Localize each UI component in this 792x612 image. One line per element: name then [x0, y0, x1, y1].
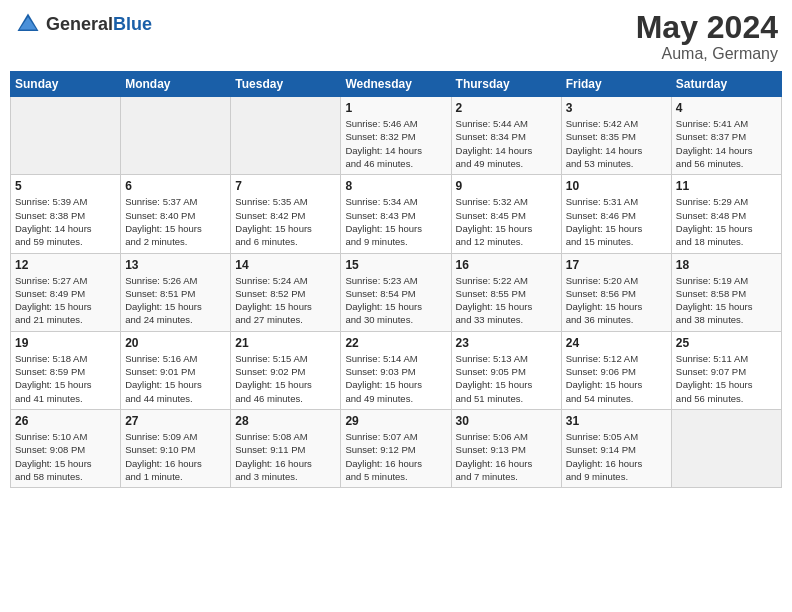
- day-info: Sunrise: 5:05 AMSunset: 9:14 PMDaylight:…: [566, 430, 667, 483]
- day-number: 24: [566, 336, 667, 350]
- calendar-cell: 4Sunrise: 5:41 AMSunset: 8:37 PMDaylight…: [671, 97, 781, 175]
- logo-text: GeneralBlue: [46, 14, 152, 35]
- day-number: 4: [676, 101, 777, 115]
- day-number: 10: [566, 179, 667, 193]
- calendar-cell: 26Sunrise: 5:10 AMSunset: 9:08 PMDayligh…: [11, 409, 121, 487]
- day-info: Sunrise: 5:19 AMSunset: 8:58 PMDaylight:…: [676, 274, 777, 327]
- day-info: Sunrise: 5:31 AMSunset: 8:46 PMDaylight:…: [566, 195, 667, 248]
- day-info: Sunrise: 5:35 AMSunset: 8:42 PMDaylight:…: [235, 195, 336, 248]
- day-number: 23: [456, 336, 557, 350]
- calendar-week-row: 26Sunrise: 5:10 AMSunset: 9:08 PMDayligh…: [11, 409, 782, 487]
- day-number: 25: [676, 336, 777, 350]
- day-info: Sunrise: 5:23 AMSunset: 8:54 PMDaylight:…: [345, 274, 446, 327]
- day-info: Sunrise: 5:37 AMSunset: 8:40 PMDaylight:…: [125, 195, 226, 248]
- location-title: Auma, Germany: [636, 45, 778, 63]
- title-block: May 2024 Auma, Germany: [636, 10, 778, 63]
- day-number: 21: [235, 336, 336, 350]
- calendar-cell: [11, 97, 121, 175]
- calendar-cell: 21Sunrise: 5:15 AMSunset: 9:02 PMDayligh…: [231, 331, 341, 409]
- calendar-cell: 14Sunrise: 5:24 AMSunset: 8:52 PMDayligh…: [231, 253, 341, 331]
- day-number: 13: [125, 258, 226, 272]
- calendar-cell: 2Sunrise: 5:44 AMSunset: 8:34 PMDaylight…: [451, 97, 561, 175]
- day-number: 12: [15, 258, 116, 272]
- calendar-cell: 20Sunrise: 5:16 AMSunset: 9:01 PMDayligh…: [121, 331, 231, 409]
- day-info: Sunrise: 5:20 AMSunset: 8:56 PMDaylight:…: [566, 274, 667, 327]
- day-info: Sunrise: 5:08 AMSunset: 9:11 PMDaylight:…: [235, 430, 336, 483]
- calendar-week-row: 19Sunrise: 5:18 AMSunset: 8:59 PMDayligh…: [11, 331, 782, 409]
- calendar-cell: 19Sunrise: 5:18 AMSunset: 8:59 PMDayligh…: [11, 331, 121, 409]
- day-info: Sunrise: 5:46 AMSunset: 8:32 PMDaylight:…: [345, 117, 446, 170]
- logo-icon: [14, 10, 42, 38]
- day-number: 27: [125, 414, 226, 428]
- calendar-cell: 16Sunrise: 5:22 AMSunset: 8:55 PMDayligh…: [451, 253, 561, 331]
- calendar-cell: 15Sunrise: 5:23 AMSunset: 8:54 PMDayligh…: [341, 253, 451, 331]
- day-number: 30: [456, 414, 557, 428]
- day-number: 11: [676, 179, 777, 193]
- day-number: 28: [235, 414, 336, 428]
- calendar-cell: 13Sunrise: 5:26 AMSunset: 8:51 PMDayligh…: [121, 253, 231, 331]
- day-info: Sunrise: 5:39 AMSunset: 8:38 PMDaylight:…: [15, 195, 116, 248]
- calendar-cell: 9Sunrise: 5:32 AMSunset: 8:45 PMDaylight…: [451, 175, 561, 253]
- day-number: 20: [125, 336, 226, 350]
- calendar-week-row: 12Sunrise: 5:27 AMSunset: 8:49 PMDayligh…: [11, 253, 782, 331]
- day-number: 17: [566, 258, 667, 272]
- calendar-cell: [121, 97, 231, 175]
- weekday-header: Monday: [121, 72, 231, 97]
- calendar-cell: 31Sunrise: 5:05 AMSunset: 9:14 PMDayligh…: [561, 409, 671, 487]
- day-info: Sunrise: 5:14 AMSunset: 9:03 PMDaylight:…: [345, 352, 446, 405]
- day-info: Sunrise: 5:27 AMSunset: 8:49 PMDaylight:…: [15, 274, 116, 327]
- calendar-cell: [671, 409, 781, 487]
- logo: GeneralBlue: [14, 10, 152, 38]
- calendar-cell: 1Sunrise: 5:46 AMSunset: 8:32 PMDaylight…: [341, 97, 451, 175]
- day-number: 18: [676, 258, 777, 272]
- logo-blue: Blue: [113, 14, 152, 34]
- weekday-header: Tuesday: [231, 72, 341, 97]
- calendar-cell: 7Sunrise: 5:35 AMSunset: 8:42 PMDaylight…: [231, 175, 341, 253]
- calendar-cell: 12Sunrise: 5:27 AMSunset: 8:49 PMDayligh…: [11, 253, 121, 331]
- day-info: Sunrise: 5:34 AMSunset: 8:43 PMDaylight:…: [345, 195, 446, 248]
- day-info: Sunrise: 5:07 AMSunset: 9:12 PMDaylight:…: [345, 430, 446, 483]
- calendar-cell: 25Sunrise: 5:11 AMSunset: 9:07 PMDayligh…: [671, 331, 781, 409]
- calendar-cell: 18Sunrise: 5:19 AMSunset: 8:58 PMDayligh…: [671, 253, 781, 331]
- day-info: Sunrise: 5:16 AMSunset: 9:01 PMDaylight:…: [125, 352, 226, 405]
- day-info: Sunrise: 5:26 AMSunset: 8:51 PMDaylight:…: [125, 274, 226, 327]
- calendar-cell: 5Sunrise: 5:39 AMSunset: 8:38 PMDaylight…: [11, 175, 121, 253]
- calendar-cell: 10Sunrise: 5:31 AMSunset: 8:46 PMDayligh…: [561, 175, 671, 253]
- day-number: 8: [345, 179, 446, 193]
- day-info: Sunrise: 5:13 AMSunset: 9:05 PMDaylight:…: [456, 352, 557, 405]
- day-info: Sunrise: 5:18 AMSunset: 8:59 PMDaylight:…: [15, 352, 116, 405]
- day-number: 14: [235, 258, 336, 272]
- day-number: 15: [345, 258, 446, 272]
- weekday-header: Thursday: [451, 72, 561, 97]
- day-number: 1: [345, 101, 446, 115]
- weekday-header: Friday: [561, 72, 671, 97]
- day-number: 2: [456, 101, 557, 115]
- month-title: May 2024: [636, 10, 778, 45]
- day-info: Sunrise: 5:11 AMSunset: 9:07 PMDaylight:…: [676, 352, 777, 405]
- day-number: 7: [235, 179, 336, 193]
- day-info: Sunrise: 5:15 AMSunset: 9:02 PMDaylight:…: [235, 352, 336, 405]
- calendar-cell: 11Sunrise: 5:29 AMSunset: 8:48 PMDayligh…: [671, 175, 781, 253]
- day-info: Sunrise: 5:42 AMSunset: 8:35 PMDaylight:…: [566, 117, 667, 170]
- day-number: 26: [15, 414, 116, 428]
- calendar-cell: 8Sunrise: 5:34 AMSunset: 8:43 PMDaylight…: [341, 175, 451, 253]
- calendar-cell: [231, 97, 341, 175]
- calendar-cell: 28Sunrise: 5:08 AMSunset: 9:11 PMDayligh…: [231, 409, 341, 487]
- weekday-header: Saturday: [671, 72, 781, 97]
- day-info: Sunrise: 5:09 AMSunset: 9:10 PMDaylight:…: [125, 430, 226, 483]
- calendar-cell: 24Sunrise: 5:12 AMSunset: 9:06 PMDayligh…: [561, 331, 671, 409]
- day-info: Sunrise: 5:24 AMSunset: 8:52 PMDaylight:…: [235, 274, 336, 327]
- calendar-week-row: 5Sunrise: 5:39 AMSunset: 8:38 PMDaylight…: [11, 175, 782, 253]
- calendar-table: SundayMondayTuesdayWednesdayThursdayFrid…: [10, 71, 782, 488]
- calendar-week-row: 1Sunrise: 5:46 AMSunset: 8:32 PMDaylight…: [11, 97, 782, 175]
- calendar-cell: 22Sunrise: 5:14 AMSunset: 9:03 PMDayligh…: [341, 331, 451, 409]
- day-info: Sunrise: 5:22 AMSunset: 8:55 PMDaylight:…: [456, 274, 557, 327]
- day-info: Sunrise: 5:29 AMSunset: 8:48 PMDaylight:…: [676, 195, 777, 248]
- day-number: 31: [566, 414, 667, 428]
- day-info: Sunrise: 5:12 AMSunset: 9:06 PMDaylight:…: [566, 352, 667, 405]
- weekday-header: Wednesday: [341, 72, 451, 97]
- day-info: Sunrise: 5:44 AMSunset: 8:34 PMDaylight:…: [456, 117, 557, 170]
- calendar-cell: 17Sunrise: 5:20 AMSunset: 8:56 PMDayligh…: [561, 253, 671, 331]
- day-number: 5: [15, 179, 116, 193]
- day-number: 6: [125, 179, 226, 193]
